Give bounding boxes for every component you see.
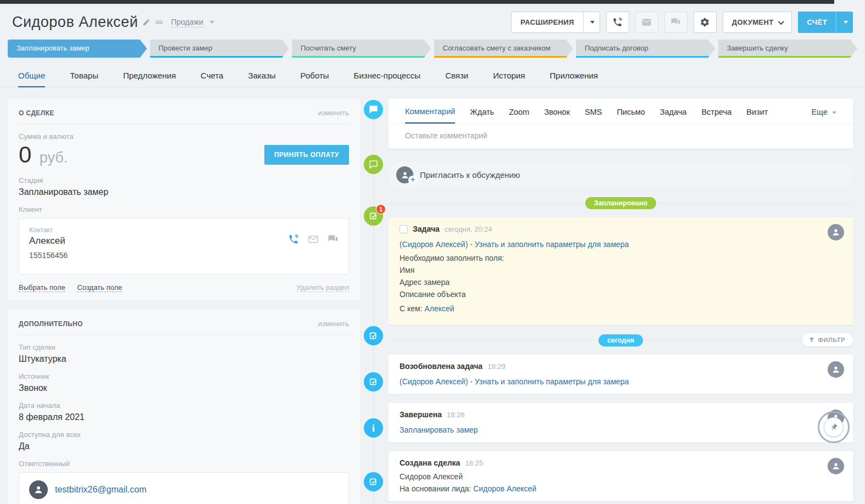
- stage-6[interactable]: Завершить сделку: [718, 40, 858, 58]
- comment-input[interactable]: Оставьте комментарий: [389, 124, 853, 149]
- person-icon: [831, 227, 841, 237]
- document-button[interactable]: ДОКУМЕНТ: [723, 12, 792, 33]
- avatar: [29, 480, 48, 499]
- tl-tab-wait[interactable]: Ждать: [470, 108, 494, 123]
- stage-label: Завершить сделку: [727, 44, 788, 52]
- pipeline-selector[interactable]: Продажи: [171, 18, 203, 27]
- person-icon: [831, 461, 841, 471]
- field-label: Источник: [19, 372, 349, 380]
- create-field-link[interactable]: Создать поле: [77, 283, 122, 292]
- task-text-line: Описание объекта: [400, 290, 842, 299]
- avatar[interactable]: [828, 361, 844, 378]
- timeline-connector: [373, 121, 374, 504]
- document-label: ДОКУМЕНТ: [732, 18, 774, 26]
- avatar[interactable]: [828, 224, 844, 240]
- field-value[interactable]: Да: [19, 441, 349, 451]
- select-field-link[interactable]: Выбрать поле: [19, 283, 65, 292]
- entry-link[interactable]: Запланировать замер: [400, 425, 842, 434]
- filter-button[interactable]: ФИЛЬТР: [802, 333, 853, 346]
- tab-general[interactable]: Общие: [18, 71, 45, 87]
- chat-button[interactable]: [664, 12, 687, 33]
- mail-icon[interactable]: [308, 234, 319, 245]
- pipeline-label: Продажи: [171, 18, 203, 26]
- tl-tab-meeting[interactable]: Встреча: [701, 108, 731, 123]
- accept-payment-button[interactable]: ПРИНЯТЬ ОПЛАТУ: [264, 145, 349, 165]
- today-divider: сегодня ФИЛЬТР: [389, 334, 853, 346]
- entry-title: Создана сделка: [400, 458, 460, 467]
- phone-icon[interactable]: [288, 234, 299, 245]
- pin-entry-button[interactable]: [818, 411, 850, 443]
- gear-icon: [700, 17, 710, 27]
- avatar[interactable]: [828, 458, 844, 474]
- edit-additional-link[interactable]: изменить: [318, 320, 349, 328]
- tab-products[interactable]: Товары: [70, 71, 98, 87]
- deal-currency: руб.: [40, 149, 68, 166]
- contact-phone[interactable]: 155156456: [29, 251, 68, 260]
- task-link[interactable]: (Сидоров Алексей) - Узнать и заполнить п…: [400, 240, 842, 249]
- chat-icon[interactable]: [328, 234, 339, 245]
- task-checkbox[interactable]: [400, 225, 408, 233]
- invite-to-discussion[interactable]: + Пригласить к обсуждению: [389, 162, 853, 188]
- copy-link-icon[interactable]: [155, 18, 163, 26]
- with-whom-link[interactable]: Алексей: [424, 304, 454, 313]
- email-button[interactable]: [635, 12, 658, 33]
- lead-link[interactable]: Сидоров Алексей: [473, 484, 536, 493]
- deal-sum[interactable]: 0: [19, 142, 31, 167]
- speech-bubble-outline-icon: [368, 159, 379, 170]
- timeline-entry[interactable]: Возобновлена задача 18:29 (Сидоров Алекс…: [389, 355, 853, 394]
- chevron-down-icon: [832, 111, 836, 114]
- extensions-dropdown[interactable]: [583, 12, 600, 32]
- stage-field-value[interactable]: Запланировать замер: [19, 187, 349, 197]
- tl-tab-task[interactable]: Задача: [660, 108, 687, 123]
- stage-5[interactable]: Подписать договор: [576, 40, 716, 58]
- tab-invoices[interactable]: Счета: [201, 71, 223, 87]
- field-label: Дата начала: [19, 401, 349, 410]
- settings-button[interactable]: [694, 12, 717, 33]
- tl-tab-more[interactable]: Еще: [811, 108, 836, 123]
- deal-tabs: Общие Товары Предложения Счета Заказы Ро…: [0, 58, 865, 88]
- tab-orders[interactable]: Заказы: [248, 71, 275, 87]
- tl-tab-visit[interactable]: Визит: [746, 108, 768, 123]
- info-entry-icon: i: [364, 418, 383, 438]
- extensions-button[interactable]: РАСШИРЕНИЯ: [511, 12, 600, 33]
- entry-time: 18:25: [465, 459, 483, 467]
- tab-business-processes[interactable]: Бизнес-процессы: [354, 71, 421, 87]
- timeline-entry[interactable]: Создана сделка 18:25 Сидоров Алексей На …: [389, 451, 853, 501]
- notification-badge: 1: [376, 204, 386, 214]
- invoice-dropdown[interactable]: [836, 12, 852, 32]
- tab-robots[interactable]: Роботы: [301, 71, 329, 87]
- task-card[interactable]: Задача сегодня, 20:24 (Сидоров Алексей) …: [389, 217, 853, 325]
- browser-top-strip: [0, 0, 834, 4]
- entry-link[interactable]: (Сидоров Алексей) - Узнать и заполнить п…: [400, 377, 842, 386]
- phone-icon: [612, 17, 623, 27]
- tab-dependencies[interactable]: Связи: [445, 71, 468, 87]
- responsible-link[interactable]: testbitrix26@gmail.com: [55, 485, 147, 495]
- stage-4[interactable]: Согласовать смету с заказчиком: [434, 40, 574, 58]
- timeline-entry[interactable]: Завершена 18:26 Запланировать замер: [389, 403, 853, 443]
- field-value[interactable]: Штукатурка: [19, 354, 349, 364]
- edit-about-link[interactable]: изменить: [318, 109, 349, 117]
- tl-tab-call[interactable]: Звонок: [544, 108, 570, 123]
- tl-tab-sms[interactable]: SMS: [585, 108, 602, 123]
- edit-title-icon[interactable]: [142, 18, 151, 26]
- tab-quotes[interactable]: Предложения: [123, 71, 176, 87]
- call-button[interactable]: [606, 12, 629, 33]
- field-value[interactable]: 8 февраля 2021: [19, 412, 349, 422]
- contact-name[interactable]: Алексей: [29, 236, 68, 247]
- stage-3[interactable]: Посчитать смету: [292, 40, 431, 58]
- tab-history[interactable]: История: [493, 71, 525, 87]
- field-value[interactable]: Звонок: [19, 383, 349, 393]
- timeline-tabs: Комментарий Ждать Zoom Звонок SMS Письмо…: [389, 99, 853, 124]
- stage-1[interactable]: Запланировать замер: [8, 40, 147, 58]
- tl-tab-email[interactable]: Письмо: [617, 108, 645, 123]
- tl-tab-zoom[interactable]: Zoom: [509, 108, 529, 123]
- responsible-card[interactable]: testbitrix26@gmail.com: [19, 472, 349, 504]
- tab-applications[interactable]: Приложения: [550, 71, 598, 87]
- tl-tab-comment[interactable]: Комментарий: [405, 107, 455, 124]
- delete-section-link[interactable]: Удалить раздел: [297, 283, 349, 292]
- comment-composer: Комментарий Ждать Zoom Звонок SMS Письмо…: [389, 99, 853, 149]
- invoice-button[interactable]: СЧЁТ: [798, 12, 853, 33]
- chat-icon: [670, 17, 681, 27]
- stage-2[interactable]: Провести замер: [150, 40, 290, 58]
- contact-card[interactable]: Контакт Алексей 155156456: [19, 218, 349, 275]
